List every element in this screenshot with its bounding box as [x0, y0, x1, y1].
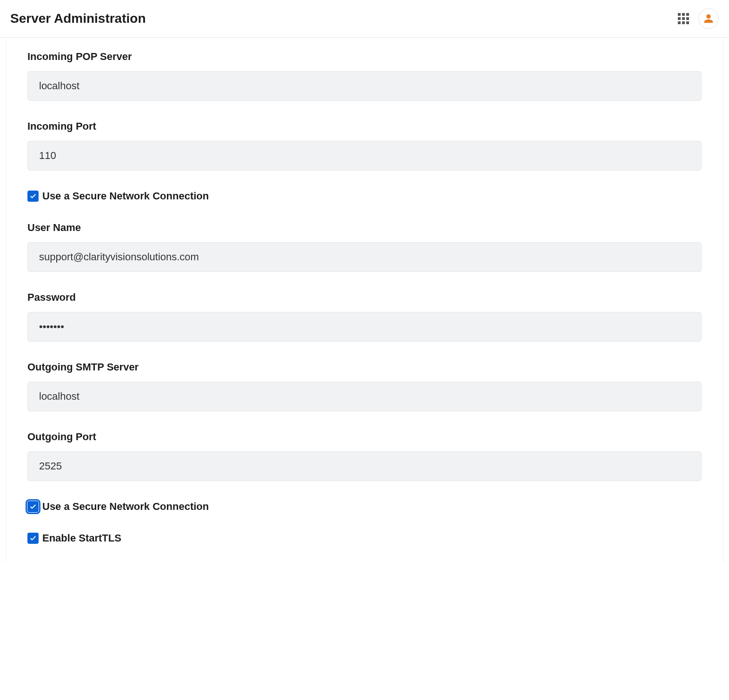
incoming-port-input[interactable]: [27, 141, 702, 171]
secure-incoming-checkbox-row[interactable]: Use a Secure Network Connection: [27, 190, 702, 202]
page-header: Server Administration: [0, 0, 729, 38]
outgoing-smtp-input[interactable]: [27, 382, 702, 411]
settings-panel: Incoming POP Server Incoming Port Use a …: [6, 38, 723, 563]
check-icon: [29, 503, 37, 510]
outgoing-port-label: Outgoing Port: [27, 431, 702, 443]
secure-incoming-label: Use a Secure Network Connection: [42, 190, 209, 202]
apps-grid-icon[interactable]: [678, 13, 689, 24]
header-actions: [678, 8, 719, 29]
outgoing-smtp-label: Outgoing SMTP Server: [27, 361, 702, 373]
secure-outgoing-label: Use a Secure Network Connection: [42, 501, 209, 513]
password-input[interactable]: [27, 312, 702, 342]
username-group: User Name: [27, 222, 702, 272]
outgoing-port-input[interactable]: [27, 451, 702, 481]
outgoing-smtp-group: Outgoing SMTP Server: [27, 361, 702, 411]
outgoing-port-group: Outgoing Port: [27, 431, 702, 481]
starttls-checkbox-row[interactable]: Enable StartTLS: [27, 532, 702, 544]
secure-incoming-checkbox[interactable]: [27, 191, 39, 202]
check-icon: [29, 192, 37, 200]
page-title: Server Administration: [10, 11, 146, 26]
username-label: User Name: [27, 222, 702, 234]
incoming-pop-input[interactable]: [27, 71, 702, 101]
starttls-label: Enable StartTLS: [42, 532, 121, 544]
password-label: Password: [27, 291, 702, 304]
check-icon: [29, 535, 37, 542]
user-icon: [703, 13, 714, 24]
incoming-pop-label: Incoming POP Server: [27, 51, 702, 63]
secure-outgoing-checkbox-row[interactable]: Use a Secure Network Connection: [27, 501, 702, 513]
username-input[interactable]: [27, 242, 702, 272]
secure-outgoing-checkbox[interactable]: [27, 501, 39, 512]
incoming-port-label: Incoming Port: [27, 120, 702, 132]
starttls-checkbox[interactable]: [27, 533, 39, 544]
user-avatar-button[interactable]: [698, 8, 719, 29]
password-group: Password: [27, 291, 702, 342]
incoming-port-group: Incoming Port: [27, 120, 702, 171]
incoming-pop-group: Incoming POP Server: [27, 51, 702, 101]
